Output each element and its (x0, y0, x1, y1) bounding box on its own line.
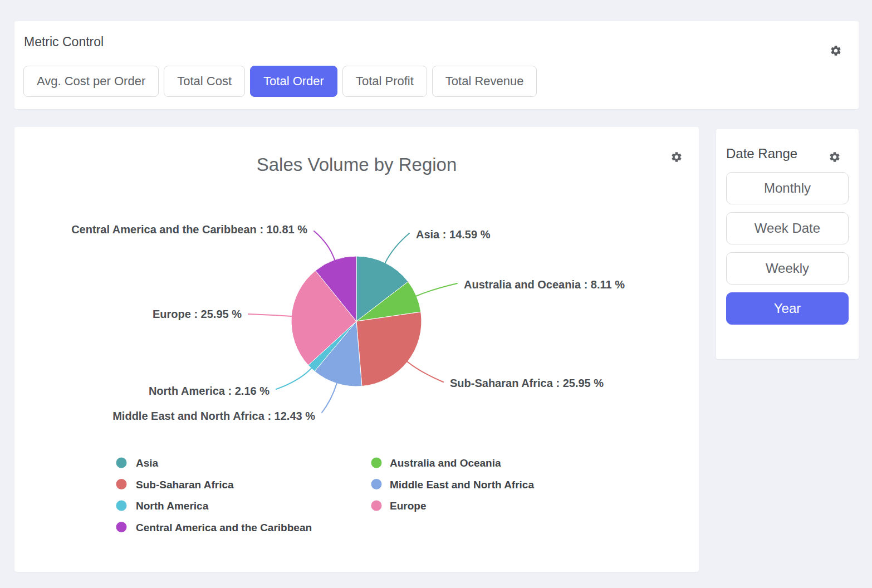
legend-dot-middle-east-and-north-africa[interactable] (371, 479, 382, 489)
label-leader-line-north-america (276, 368, 311, 389)
metric-settings-gear-icon[interactable] (830, 45, 842, 57)
pie-label-sub-saharan-africa: Sub-Saharan Africa : 25.95 % (450, 377, 604, 389)
metric-button-total-revenue[interactable]: Total Revenue (432, 66, 537, 97)
pie-label-europe: Europe : 25.95 % (153, 308, 242, 320)
label-leader-line-sub-saharan-africa (408, 362, 443, 382)
legend-label-central-america-and-the-caribbean[interactable]: Central America and the Caribbean (136, 522, 312, 533)
pie-label-middle-east-and-north-africa: Middle East and North Africa : 12.43 % (112, 410, 315, 422)
date-range-button-monthly[interactable]: Monthly (726, 172, 849, 204)
dashboard-page: Metric Control Avg. Cost per OrderTotal … (0, 0, 872, 572)
legend-label-middle-east-and-north-africa[interactable]: Middle East and North Africa (390, 479, 534, 491)
metric-button-total-order[interactable]: Total Order (250, 66, 337, 97)
label-leader-line-europe (248, 314, 291, 316)
legend-dot-asia[interactable] (116, 458, 127, 468)
pie-label-asia: Asia : 14.59 % (416, 228, 491, 241)
label-leader-line-australia-and-oceania (417, 283, 457, 296)
metric-button-total-cost[interactable]: Total Cost (164, 66, 245, 97)
pie-slice-sub-saharan-africa[interactable] (356, 312, 422, 386)
legend-dot-sub-saharan-africa[interactable] (116, 479, 127, 489)
pie-label-north-america: North America : 2.16 % (149, 385, 270, 397)
metric-button-avg-cost-per-order[interactable]: Avg. Cost per Order (23, 66, 159, 97)
date-range-panel: Date Range MonthlyWeek DateWeeklyYear (716, 129, 859, 359)
label-leader-line-central-america-and-the-caribbean (314, 231, 335, 260)
legend-dot-europe[interactable] (371, 501, 382, 511)
metric-control-panel: Metric Control Avg. Cost per OrderTotal … (14, 21, 859, 109)
metric-button-total-profit[interactable]: Total Profit (342, 66, 427, 97)
date-range-button-group: MonthlyWeek DateWeeklyYear (726, 172, 849, 325)
legend-dot-central-america-and-the-caribbean[interactable] (116, 522, 127, 532)
legend-label-north-america[interactable]: North America (136, 500, 209, 512)
pie-label-australia-and-oceania: Australia and Oceania : 8.11 % (464, 278, 625, 291)
pie-label-central-america-and-the-caribbean: Central America and the Caribbean : 10.8… (71, 223, 307, 236)
legend-dot-north-america[interactable] (116, 501, 127, 511)
label-leader-line-middle-east-and-north-africa (322, 384, 337, 413)
date-range-settings-gear-icon[interactable] (829, 151, 841, 163)
content-row: Sales Volume by Region Asia : 14.59 %Aus… (14, 127, 859, 572)
date-range-button-year[interactable]: Year (726, 292, 849, 325)
legend-dot-australia-and-oceania[interactable] (371, 458, 382, 468)
legend-label-sub-saharan-africa[interactable]: Sub-Saharan Africa (136, 479, 234, 491)
chart-panel: Sales Volume by Region Asia : 14.59 %Aus… (14, 127, 699, 572)
pie-chart: Asia : 14.59 %Australia and Oceania : 8.… (14, 127, 699, 572)
date-range-button-week-date[interactable]: Week Date (726, 212, 849, 244)
date-range-button-weekly[interactable]: Weekly (726, 252, 849, 285)
legend-label-australia-and-oceania[interactable]: Australia and Oceania (390, 457, 501, 469)
legend-label-asia[interactable]: Asia (136, 457, 159, 469)
legend-label-europe[interactable]: Europe (390, 500, 426, 512)
label-leader-line-asia (385, 233, 409, 263)
metric-control-title: Metric Control (24, 35, 849, 50)
metric-button-group: Avg. Cost per OrderTotal CostTotal Order… (23, 66, 849, 97)
